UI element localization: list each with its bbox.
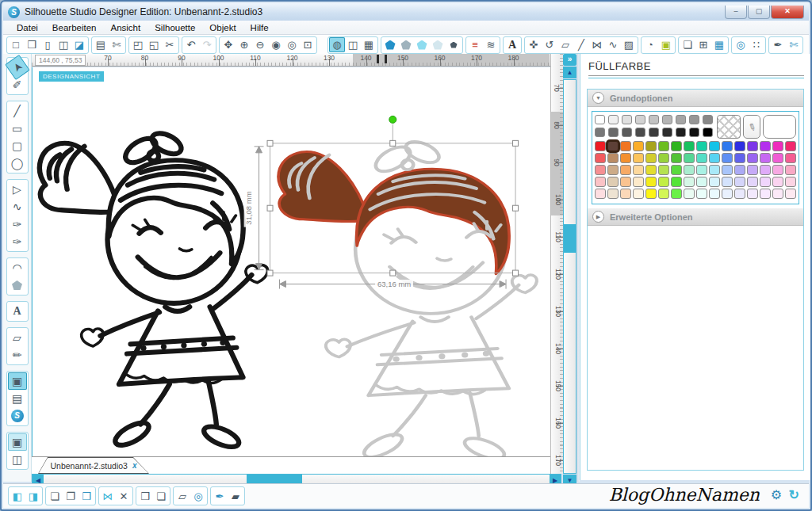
save-to-library-icon[interactable]: ◪ bbox=[71, 37, 87, 52]
sync-icon[interactable]: ↻ bbox=[789, 487, 799, 502]
menu-objekt[interactable]: Objekt bbox=[202, 21, 243, 34]
girl-artwork-original[interactable] bbox=[33, 91, 270, 444]
line-color-icon[interactable]: ≡ bbox=[467, 37, 483, 52]
color-swatch[interactable] bbox=[620, 153, 631, 163]
color-swatch[interactable] bbox=[595, 128, 605, 137]
trace-icon[interactable]: ◔ bbox=[642, 37, 658, 52]
color-swatch[interactable] bbox=[633, 165, 644, 175]
material-icon[interactable]: ▰ bbox=[228, 489, 243, 504]
color-swatch[interactable] bbox=[645, 141, 657, 151]
panel-expander-button[interactable]: » bbox=[563, 54, 576, 66]
color-swatch[interactable] bbox=[662, 115, 672, 124]
color-swatch[interactable] bbox=[760, 189, 771, 199]
color-swatch[interactable] bbox=[635, 115, 645, 124]
color-swatch[interactable] bbox=[595, 153, 606, 163]
paste-icon[interactable]: ◱ bbox=[146, 37, 162, 52]
grid-settings-icon[interactable]: ▦ bbox=[361, 37, 377, 52]
page-view-icon[interactable]: ▣ bbox=[8, 433, 27, 451]
document-tab[interactable]: Unbenannt-2.studio3 x bbox=[38, 457, 149, 474]
color-swatch[interactable] bbox=[645, 177, 657, 187]
menu-datei[interactable]: Datei bbox=[10, 21, 45, 34]
color-swatch[interactable] bbox=[684, 153, 695, 163]
split-view-icon[interactable]: ◫ bbox=[8, 451, 27, 468]
color-swatch[interactable] bbox=[722, 189, 733, 199]
maximize-button[interactable]: ▢ bbox=[748, 6, 770, 19]
color-swatch[interactable] bbox=[649, 115, 659, 124]
color-swatch[interactable] bbox=[747, 189, 758, 199]
registration-marks-icon[interactable]: ⊞ bbox=[695, 37, 711, 52]
color-swatch[interactable] bbox=[734, 153, 745, 163]
arc-tool-icon[interactable]: ◠ bbox=[8, 259, 27, 276]
color-swatch[interactable] bbox=[696, 177, 707, 187]
spiral-offset-icon[interactable]: ◎ bbox=[190, 489, 206, 504]
color-swatch[interactable] bbox=[595, 177, 606, 187]
weld-icon[interactable]: ⋈ bbox=[100, 489, 116, 504]
color-swatch[interactable] bbox=[620, 165, 631, 175]
color-swatch[interactable] bbox=[760, 153, 771, 163]
rectangle-tool-icon[interactable]: ▭ bbox=[8, 120, 27, 137]
color-swatch[interactable] bbox=[785, 165, 796, 175]
current-fill-swatch[interactable] bbox=[763, 115, 796, 139]
new-document-icon[interactable]: □ bbox=[8, 37, 24, 52]
rounded-rectangle-tool-icon[interactable]: ▢ bbox=[8, 137, 27, 154]
color-swatch[interactable] bbox=[785, 177, 796, 187]
color-swatch[interactable] bbox=[785, 153, 796, 163]
undo-icon[interactable]: ↶ bbox=[183, 37, 199, 52]
color-swatch[interactable] bbox=[696, 153, 707, 163]
rotate-icon[interactable]: ↺ bbox=[542, 37, 557, 52]
color-swatch[interactable] bbox=[622, 115, 632, 124]
close-button[interactable]: ✕ bbox=[771, 6, 804, 19]
color-swatch[interactable] bbox=[607, 189, 619, 199]
grid-icon[interactable]: ▦ bbox=[711, 37, 727, 52]
open-file-icon[interactable]: ❒ bbox=[24, 37, 40, 52]
copy-icon[interactable]: ◰ bbox=[130, 37, 146, 52]
color-swatch[interactable] bbox=[645, 153, 657, 163]
color-swatch[interactable] bbox=[684, 177, 695, 187]
color-swatch[interactable] bbox=[676, 128, 686, 137]
selected-color-swatch[interactable] bbox=[607, 141, 619, 151]
color-swatch[interactable] bbox=[658, 165, 669, 175]
color-swatch[interactable] bbox=[703, 128, 713, 137]
scale-icon[interactable]: ▱ bbox=[557, 37, 573, 52]
fill-picker-icon[interactable] bbox=[430, 37, 446, 52]
zoom-out-icon[interactable]: ⊖ bbox=[252, 37, 268, 52]
color-swatch[interactable] bbox=[689, 115, 699, 124]
color-swatch[interactable] bbox=[607, 165, 619, 175]
color-swatch[interactable] bbox=[709, 189, 720, 199]
color-swatch[interactable] bbox=[747, 177, 758, 187]
color-swatch[interactable] bbox=[658, 141, 669, 151]
menu-bearbeiten[interactable]: Bearbeiten bbox=[45, 21, 104, 34]
color-swatch[interactable] bbox=[709, 177, 720, 187]
expand-icon[interactable]: ▶ bbox=[592, 211, 604, 223]
color-swatch[interactable] bbox=[633, 189, 644, 199]
duplicate-left-icon[interactable]: ❏ bbox=[47, 489, 63, 504]
eyedropper-icon[interactable]: ✒ bbox=[212, 489, 228, 504]
color-swatch[interactable] bbox=[595, 165, 606, 175]
move-icon[interactable]: ✜ bbox=[526, 37, 542, 52]
delete-icon[interactable]: ✕ bbox=[116, 489, 132, 504]
color-swatch[interactable] bbox=[760, 165, 771, 175]
color-swatch[interactable] bbox=[635, 128, 645, 137]
basic-options-header[interactable]: ▼ Grundoptionen bbox=[588, 90, 803, 107]
color-swatch[interactable] bbox=[709, 153, 720, 163]
color-swatch[interactable] bbox=[658, 189, 669, 199]
zoom-selection-icon[interactable]: ◉ bbox=[268, 37, 284, 52]
page-tools-icon[interactable]: ❏ bbox=[680, 37, 695, 52]
store-icon[interactable]: S bbox=[8, 407, 27, 425]
color-swatch[interactable] bbox=[620, 141, 631, 151]
ellipse-tool-icon[interactable]: ◯ bbox=[8, 154, 27, 172]
color-swatch[interactable] bbox=[772, 189, 783, 199]
dots-icon[interactable]: ∷ bbox=[749, 37, 764, 52]
send-to-cutter-icon[interactable]: ✄ bbox=[109, 37, 124, 52]
color-swatch[interactable] bbox=[734, 141, 745, 151]
color-swatch[interactable] bbox=[671, 141, 682, 151]
color-swatch[interactable] bbox=[671, 189, 682, 199]
color-swatch[interactable] bbox=[709, 165, 720, 175]
library-icon[interactable]: ▤ bbox=[8, 390, 27, 407]
color-swatch[interactable] bbox=[608, 115, 619, 124]
eraser-tool-icon[interactable]: ▱ bbox=[8, 329, 27, 346]
color-swatch[interactable] bbox=[658, 153, 669, 163]
cut-settings-icon[interactable]: ✄ bbox=[786, 37, 802, 52]
fit-to-page-icon[interactable]: ⊡ bbox=[300, 37, 316, 52]
sketch-pen-icon[interactable]: ✒ bbox=[770, 37, 786, 52]
